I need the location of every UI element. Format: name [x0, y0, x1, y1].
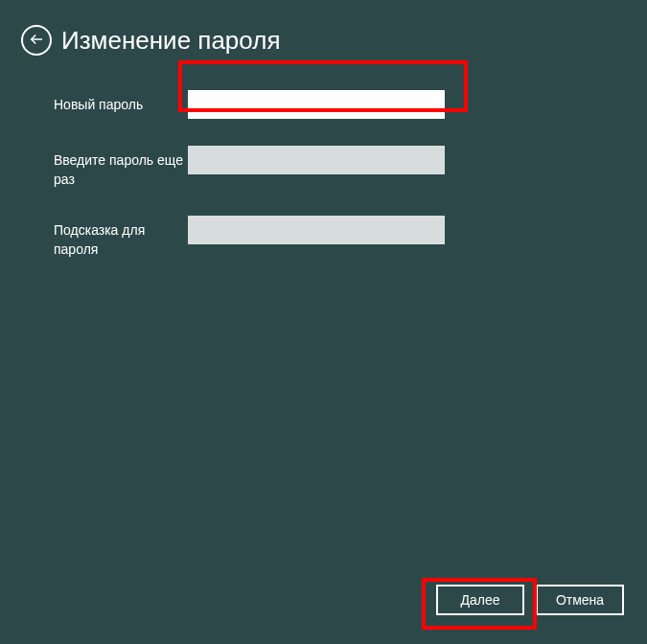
new-password-label: Новый пароль: [54, 90, 188, 115]
password-hint-label: Подсказка для пароля: [54, 216, 188, 259]
page-header: Изменение пароля: [0, 0, 647, 80]
form-area: Новый пароль Введите пароль еще раз Подс…: [0, 80, 647, 259]
password-hint-input[interactable]: [188, 216, 445, 244]
field-row-new-password: Новый пароль: [54, 90, 593, 119]
input-wrap: [188, 216, 445, 244]
confirm-password-input[interactable]: [188, 146, 445, 174]
next-button[interactable]: Далее: [436, 585, 524, 615]
confirm-password-label: Введите пароль еще раз: [54, 146, 188, 189]
cancel-button[interactable]: Отмена: [536, 585, 624, 615]
back-button[interactable]: [21, 25, 52, 56]
new-password-input[interactable]: [188, 90, 445, 119]
input-wrap: [188, 146, 445, 174]
field-row-confirm-password: Введите пароль еще раз: [54, 146, 593, 189]
back-arrow-icon: [28, 31, 45, 51]
page-title: Изменение пароля: [61, 26, 280, 56]
field-row-password-hint: Подсказка для пароля: [54, 216, 593, 259]
input-wrap: [188, 90, 445, 119]
footer-buttons: Далее Отмена: [436, 585, 624, 615]
